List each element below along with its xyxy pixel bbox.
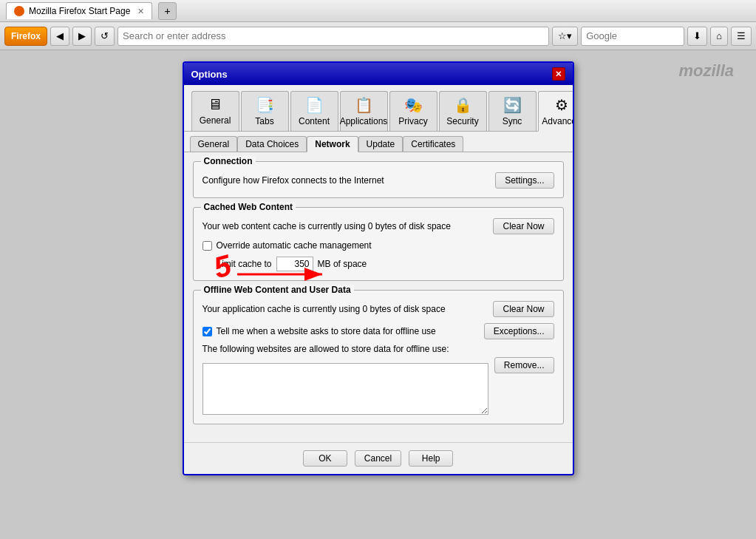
dialog-content: Connection Configure how Firefox connect…	[184, 152, 573, 442]
offline-section-title: Offline Web Content and User Data	[201, 285, 354, 295]
limit-cache-input[interactable]: 350	[276, 257, 313, 271]
search-bar[interactable]	[581, 27, 684, 46]
firefox-menu-btn[interactable]: Firefox	[4, 27, 47, 46]
tab-advanced-label: Advanced	[542, 116, 573, 126]
limit-cache-unit: MB of space	[318, 259, 367, 269]
content-icon: 📄	[305, 96, 324, 114]
tab-tabs[interactable]: 📑 Tabs	[241, 91, 289, 131]
cancel-btn[interactable]: Cancel	[355, 450, 401, 467]
options-tabs: 🖥 General 📑 Tabs 📄 Content 📋 Application…	[184, 85, 573, 132]
sub-tab-update[interactable]: Update	[358, 136, 403, 152]
tab-close-btn[interactable]: ✕	[137, 7, 144, 16]
exceptions-btn[interactable]: Exceptions...	[484, 323, 554, 339]
connection-settings-btn[interactable]: Settings...	[495, 172, 554, 189]
override-cache-checkbox[interactable]	[202, 241, 212, 251]
browser-titlebar: Mozilla Firefox Start Page ✕ +	[0, 0, 756, 22]
sub-tabs: General Data Choices Network Update Cert…	[184, 132, 573, 152]
offline-cache-info: Your application cache is currently usin…	[202, 304, 446, 314]
override-cache-row: Override automatic cache management	[202, 240, 554, 251]
tab-privacy-label: Privacy	[398, 116, 427, 126]
sub-tab-certificates[interactable]: Certificates	[403, 136, 463, 152]
override-cache-label: Override automatic cache management	[217, 240, 372, 251]
connection-section: Connection Configure how Firefox connect…	[193, 161, 564, 198]
bookmark-btn[interactable]: ☆▾	[552, 27, 578, 46]
sub-tab-general-label: General	[198, 139, 230, 149]
connection-row: Configure how Firefox connects to the In…	[202, 172, 554, 189]
offline-section: Offline Web Content and User Data Your a…	[193, 290, 564, 424]
tab-security-label: Security	[446, 116, 478, 126]
tell-me-checkbox[interactable]	[202, 327, 212, 336]
sub-tab-network-label: Network	[315, 139, 350, 149]
tab-advanced[interactable]: ⚙ Advanced	[538, 91, 574, 132]
browser-content: mozilla Options ✕ 🖥 General 📑 Tabs 📄	[0, 50, 756, 539]
tab-applications[interactable]: 📋 Applications	[340, 91, 388, 131]
dialog-overlay: Options ✕ 🖥 General 📑 Tabs 📄 Content	[0, 50, 756, 539]
tab-applications-label: Applications	[340, 116, 388, 126]
limit-cache-label: Limit cache to	[217, 259, 272, 269]
offline-list-row: Remove...	[202, 357, 554, 415]
sub-tab-data-choices-label: Data Choices	[245, 139, 299, 149]
browser-tab[interactable]: Mozilla Firefox Start Page ✕	[6, 2, 152, 19]
remove-btn[interactable]: Remove...	[494, 357, 554, 373]
tab-favicon	[14, 6, 24, 16]
cached-section-title: Cached Web Content	[201, 202, 296, 212]
sub-tab-data-choices[interactable]: Data Choices	[237, 136, 307, 152]
general-icon: 🖥	[208, 96, 222, 113]
privacy-icon: 🎭	[404, 96, 423, 114]
sync-icon: 🔄	[503, 96, 522, 114]
home-btn[interactable]: ⌂	[710, 27, 728, 46]
tab-content-label: Content	[299, 116, 330, 126]
tell-me-row: Tell me when a website asks to store dat…	[202, 323, 554, 339]
cache-info-row: Your web content cache is currently usin…	[202, 218, 554, 234]
address-bar[interactable]	[118, 27, 549, 46]
offline-clear-btn[interactable]: Clear Now	[493, 301, 554, 317]
browser-toolbar: Firefox ◀ ▶ ↺ ☆▾ ⬇ ⌂ ☰	[0, 22, 756, 50]
clear-now-btn[interactable]: Clear Now	[493, 218, 554, 234]
dialog-footer: OK Cancel Help	[184, 442, 573, 474]
applications-icon: 📋	[355, 96, 373, 114]
tab-sync[interactable]: 🔄 Sync	[488, 91, 537, 131]
sub-tab-certificates-label: Certificates	[411, 139, 455, 149]
cached-web-content-section: Cached Web Content Your web content cach…	[193, 207, 564, 281]
download-btn[interactable]: ⬇	[687, 27, 707, 46]
options-dialog: Options ✕ 🖥 General 📑 Tabs 📄 Content	[183, 61, 574, 475]
tab-content[interactable]: 📄 Content	[290, 91, 338, 131]
advanced-icon: ⚙	[555, 96, 568, 114]
tab-sync-label: Sync	[503, 116, 522, 126]
tab-title: Mozilla Firefox Start Page	[29, 6, 130, 16]
offline-websites-list[interactable]	[202, 363, 488, 415]
sub-tab-general[interactable]: General	[190, 136, 238, 152]
sub-tab-network[interactable]: Network	[307, 136, 358, 152]
tell-me-label: Tell me when a website asks to store dat…	[217, 326, 436, 336]
dialog-close-btn[interactable]: ✕	[552, 67, 565, 81]
new-tab-btn[interactable]: +	[158, 2, 176, 20]
tab-tabs-label: Tabs	[255, 116, 273, 126]
help-btn[interactable]: Help	[409, 450, 453, 467]
offline-list-label: The following websites are allowed to st…	[202, 344, 554, 354]
dialog-titlebar: Options ✕	[184, 63, 573, 85]
tab-security[interactable]: 🔒 Security	[439, 91, 487, 131]
tab-general-label: General	[200, 115, 231, 126]
tab-general[interactable]: 🖥 General	[191, 91, 239, 131]
tabs-icon: 📑	[256, 96, 274, 114]
forward-btn[interactable]: ▶	[72, 27, 92, 46]
cache-info-label: Your web content cache is currently usin…	[202, 221, 451, 231]
back-btn[interactable]: ◀	[50, 27, 69, 46]
tab-privacy[interactable]: 🎭 Privacy	[389, 91, 437, 131]
menu-btn[interactable]: ☰	[731, 27, 752, 46]
offline-cache-info-row: Your application cache is currently usin…	[202, 301, 554, 317]
limit-cache-row: Limit cache to 350 MB of space	[217, 257, 554, 271]
connection-section-title: Connection	[201, 156, 256, 166]
connection-description: Configure how Firefox connects to the In…	[202, 175, 384, 186]
sub-tab-update-label: Update	[367, 139, 395, 149]
security-icon: 🔒	[454, 96, 472, 114]
dialog-title: Options	[191, 69, 228, 80]
refresh-btn[interactable]: ↺	[95, 27, 115, 46]
ok-btn[interactable]: OK	[303, 450, 347, 467]
offline-btn-col: Remove...	[494, 357, 554, 373]
